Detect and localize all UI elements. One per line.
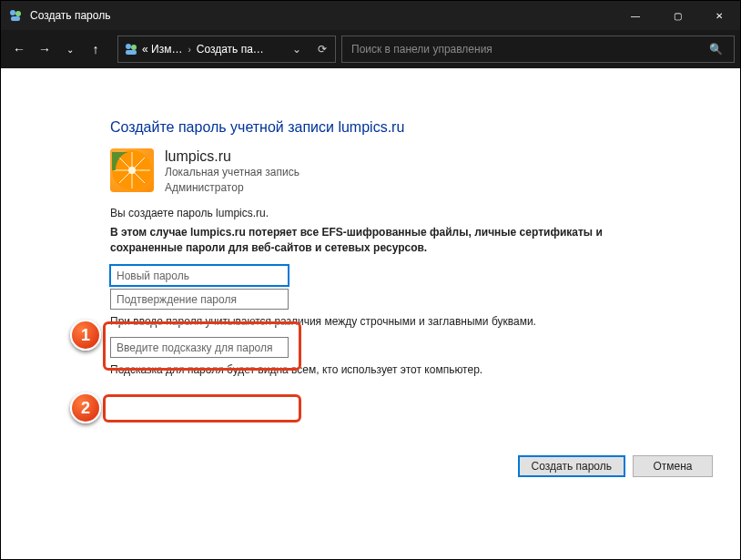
password-hint-input[interactable] — [110, 337, 289, 358]
step-badge-2: 2 — [70, 392, 101, 423]
breadcrumb-item[interactable]: Создать па… — [197, 43, 264, 56]
svg-point-0 — [10, 10, 15, 15]
warning-text: В этом случае lumpics.ru потеряет все EF… — [110, 225, 676, 257]
nav-bar: ← → ⌄ ↑ « Изм… › Создать па… ⌄ ⟳ 🔍 — [1, 30, 740, 68]
address-dropdown[interactable]: ⌄ — [284, 36, 310, 62]
window-controls: — ▢ ✕ — [614, 1, 740, 30]
maximize-button[interactable]: ▢ — [656, 1, 698, 30]
refresh-button[interactable]: ⟳ — [310, 36, 335, 62]
history-dropdown[interactable]: ⌄ — [57, 36, 83, 62]
password-fields — [110, 265, 292, 310]
annotation-box-2 — [103, 394, 301, 423]
hint-visibility-note: Подсказка для пароля будет видна всем, к… — [110, 363, 740, 376]
window-title: Создать пароль — [30, 9, 110, 22]
create-password-button[interactable]: Создать пароль — [518, 455, 625, 477]
hint-field-group — [110, 337, 292, 358]
app-icon — [8, 8, 23, 23]
search-icon[interactable]: 🔍 — [705, 43, 726, 56]
close-button[interactable]: ✕ — [698, 1, 740, 30]
svg-rect-2 — [11, 16, 20, 21]
account-info: lumpics.ru Локальная учетная запись Адми… — [110, 148, 740, 196]
breadcrumb-item[interactable]: « Изм… — [142, 43, 182, 56]
address-bar[interactable]: « Изм… › Создать па… ⌄ ⟳ — [117, 36, 336, 63]
creating-for-text: Вы создаете пароль lumpics.ru. — [110, 207, 740, 219]
users-icon — [124, 42, 138, 56]
svg-point-3 — [126, 44, 131, 49]
content-area: Создайте пароль учетной записи lumpics.r… — [1, 68, 740, 559]
up-button[interactable]: ↑ — [83, 36, 108, 62]
minimize-button[interactable]: — — [614, 1, 656, 30]
button-row: Создать пароль Отмена — [518, 455, 713, 477]
account-type: Локальная учетная запись — [165, 165, 299, 180]
search-bar[interactable]: 🔍 — [341, 36, 735, 63]
account-name: lumpics.ru — [165, 148, 299, 165]
svg-point-1 — [15, 11, 21, 16]
confirm-password-input[interactable] — [110, 289, 289, 310]
new-password-input[interactable] — [110, 265, 289, 286]
account-role: Администратор — [165, 180, 299, 196]
step-badge-1: 1 — [70, 320, 101, 351]
forward-button[interactable]: → — [32, 36, 57, 62]
title-bar: Создать пароль — ▢ ✕ — [1, 1, 740, 30]
avatar — [110, 148, 154, 192]
case-sensitivity-note: При вводе пароля учитываются различия ме… — [110, 315, 740, 328]
back-button[interactable]: ← — [6, 36, 32, 62]
search-input[interactable] — [350, 42, 705, 56]
svg-rect-5 — [126, 50, 137, 55]
chevron-right-icon: › — [188, 45, 190, 55]
svg-point-7 — [128, 167, 136, 174]
svg-point-4 — [131, 45, 137, 50]
page-title: Создайте пароль учетной записи lumpics.r… — [110, 119, 740, 136]
cancel-button[interactable]: Отмена — [633, 455, 713, 477]
